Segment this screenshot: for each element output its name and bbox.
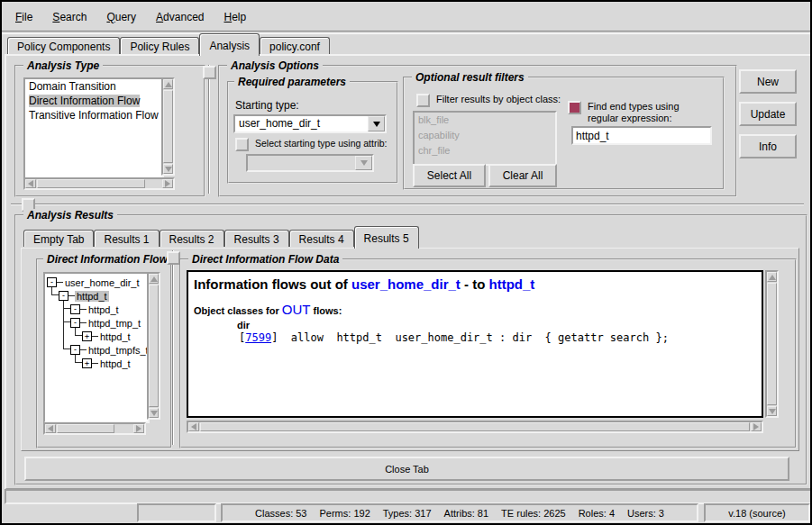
tree-node[interactable]: -httpd_tmp_t	[70, 317, 142, 329]
menu-help[interactable]: Help	[214, 7, 256, 27]
policy-version: v.18 (source)	[704, 503, 810, 522]
tree-expander[interactable]: +	[82, 331, 92, 341]
tree-hscrollbar[interactable]	[43, 422, 146, 435]
scroll-down-arrow[interactable]	[149, 408, 159, 418]
filter-by-class-checkbox[interactable]	[416, 94, 430, 107]
tree-vscrollbar[interactable]	[147, 272, 160, 420]
attrib-combobox-disabled	[246, 154, 374, 172]
menu-query[interactable]: Query	[96, 7, 146, 27]
pane-sash-vertical[interactable]	[208, 65, 210, 194]
sash-grip[interactable]	[203, 66, 216, 79]
results-sash-vertical[interactable]	[172, 250, 174, 445]
scroll-left-arrow[interactable]	[188, 422, 199, 431]
scroll-up-arrow[interactable]	[149, 274, 159, 284]
regex-input[interactable]	[571, 126, 712, 145]
stat-perms: Perms: 192	[320, 508, 370, 519]
regex-checkbox-row: Find end types using regular expression:	[568, 101, 710, 124]
scroll-thumb[interactable]	[57, 424, 114, 433]
info-button[interactable]: Info	[739, 134, 797, 158]
select-all-button[interactable]: Select All	[413, 164, 486, 187]
scroll-right-arrow[interactable]	[751, 422, 762, 431]
tab-results-1[interactable]: Results 1	[94, 230, 159, 247]
tree-node[interactable]: -httpd_t	[59, 290, 109, 302]
tree-line	[75, 335, 82, 336]
tree-expander[interactable]: -	[70, 345, 80, 355]
tree-expander[interactable]: +	[82, 358, 92, 368]
flow-tree-title: Direct Information Flow Tree	[43, 253, 169, 266]
analysis-type-list[interactable]: Domain Transition Direct Information Flo…	[23, 77, 164, 179]
scroll-down-arrow[interactable]	[163, 164, 173, 174]
menu-file[interactable]: File	[5, 7, 42, 27]
scroll-right-arrow[interactable]	[133, 424, 144, 433]
te-rule-line: [7599] allow httpd_t user_home_dir_t : d…	[239, 331, 756, 344]
scroll-right-arrow[interactable]	[162, 179, 173, 188]
tab-results-5[interactable]: Results 5	[354, 226, 419, 249]
scroll-thumb[interactable]	[200, 422, 750, 431]
scroll-left-arrow[interactable]	[45, 424, 56, 433]
menubar-separator	[2, 31, 810, 34]
analysis-type-vscrollbar[interactable]	[161, 77, 175, 176]
menu-advanced[interactable]: Advanced	[146, 7, 214, 27]
tree-node[interactable]: +httpd_t	[82, 358, 132, 369]
object-class-item: blk_file	[415, 113, 555, 128]
tab-results-4[interactable]: Results 4	[289, 230, 354, 247]
scroll-thumb[interactable]	[767, 283, 777, 405]
scroll-up-arrow[interactable]	[163, 79, 173, 89]
tab-empty[interactable]: Empty Tab	[23, 230, 94, 247]
tab-results-2[interactable]: Results 2	[160, 230, 224, 247]
rule-number-link[interactable]: 7599	[245, 331, 271, 344]
attrib-checkbox[interactable]	[235, 138, 249, 151]
list-item[interactable]: Direct Information Flow	[25, 94, 162, 108]
stat-users: Users: 3	[627, 508, 664, 519]
scroll-up-arrow[interactable]	[767, 272, 777, 282]
combobox-dropdown-button[interactable]	[368, 116, 385, 131]
tree-node[interactable]: -user_home_dir_t	[47, 276, 141, 288]
tab-policy-conf[interactable]: policy.conf	[260, 37, 330, 54]
tree-line	[75, 362, 82, 363]
status-message-bar	[5, 489, 812, 504]
optional-filters-title: Optional result filters	[412, 71, 528, 84]
tab-analysis[interactable]: Analysis	[199, 33, 260, 56]
close-tab-button[interactable]: Close Tab	[24, 457, 789, 481]
tree-node[interactable]: +httpd_t	[82, 330, 132, 342]
update-button[interactable]: Update	[739, 102, 797, 126]
tab-policy-rules[interactable]: Policy Rules	[120, 37, 199, 54]
starting-type-combobox[interactable]: user_home_dir_t	[233, 114, 387, 133]
sash-grip[interactable]	[167, 251, 180, 265]
scroll-thumb[interactable]	[163, 90, 173, 163]
tree-line	[63, 348, 70, 349]
tree-expander[interactable]: -	[59, 291, 68, 301]
scroll-left-arrow[interactable]	[25, 179, 36, 188]
starting-type-value: user_home_dir_t	[235, 116, 368, 131]
clear-all-button[interactable]: Clear All	[488, 164, 557, 187]
tree-expander[interactable]: -	[70, 304, 80, 314]
regex-checkbox[interactable]	[568, 101, 581, 114]
list-item[interactable]: Transitive Information Flow	[25, 108, 162, 122]
stat-classes: Classes: 53	[255, 508, 306, 519]
tab-results-3[interactable]: Results 3	[224, 230, 289, 247]
pane-sash-horizontal[interactable]	[11, 204, 804, 205]
chevron-down-icon	[373, 122, 380, 127]
scroll-thumb[interactable]	[37, 179, 145, 188]
data-vscrollbar[interactable]	[765, 270, 779, 418]
tree-expander[interactable]: -	[70, 318, 80, 328]
data-hscrollbar[interactable]	[187, 421, 763, 433]
object-class-item: chr_file	[415, 143, 555, 158]
policy-stats: Classes: 53 Perms: 192 Types: 317 Attrib…	[221, 503, 698, 522]
analysis-options-title: Analysis Options	[227, 59, 323, 72]
tree-node[interactable]: -httpd_tmpfs_t	[70, 344, 150, 356]
new-button[interactable]: New	[739, 69, 797, 94]
analysis-type-hscrollbar[interactable]	[23, 177, 175, 190]
results-tabbar: Empty Tab Results 1 Results 2 Results 3 …	[23, 228, 419, 249]
list-item[interactable]: Domain Transition	[25, 79, 162, 94]
scroll-down-arrow[interactable]	[767, 406, 777, 416]
tree-expander[interactable]: -	[47, 277, 57, 287]
tab-policy-components[interactable]: Policy Components	[7, 37, 120, 54]
flow-tree[interactable]: -user_home_dir_t -httpd_t -httpd_t -http…	[43, 272, 150, 423]
scroll-thumb[interactable]	[149, 285, 159, 407]
object-class-list-disabled: blk_file capability chr_file	[413, 111, 557, 166]
tree-node[interactable]: -httpd_t	[70, 303, 121, 315]
menu-search[interactable]: Search	[42, 7, 96, 27]
attrib-combobox-value	[248, 156, 355, 170]
flow-data-textarea[interactable]: Information flows out of user_home_dir_t…	[187, 270, 763, 418]
